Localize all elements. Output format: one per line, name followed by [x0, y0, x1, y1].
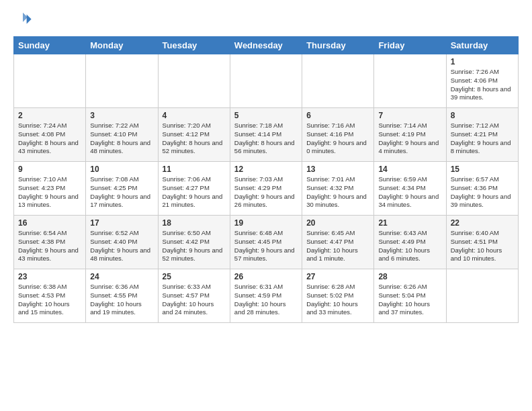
weekday-wednesday: Wednesday	[230, 37, 302, 54]
day-info: Sunrise: 6:43 AM Sunset: 4:49 PM Dayligh…	[378, 229, 441, 263]
calendar-cell: 24Sunrise: 6:36 AM Sunset: 4:55 PM Dayli…	[86, 269, 158, 323]
calendar-cell	[14, 54, 86, 108]
calendar-cell: 15Sunrise: 6:57 AM Sunset: 4:36 PM Dayli…	[446, 162, 518, 216]
calendar-cell: 14Sunrise: 6:59 AM Sunset: 4:34 PM Dayli…	[374, 162, 446, 216]
day-number: 6	[306, 111, 369, 120]
calendar-cell: 9Sunrise: 7:10 AM Sunset: 4:23 PM Daylig…	[14, 162, 86, 216]
calendar-cell: 5Sunrise: 7:18 AM Sunset: 4:14 PM Daylig…	[230, 108, 302, 162]
calendar-cell: 3Sunrise: 7:22 AM Sunset: 4:10 PM Daylig…	[86, 108, 158, 162]
calendar-body: 1Sunrise: 7:26 AM Sunset: 4:06 PM Daylig…	[14, 54, 519, 323]
day-info: Sunrise: 7:18 AM Sunset: 4:14 PM Dayligh…	[234, 122, 298, 156]
day-number: 13	[306, 165, 369, 174]
day-info: Sunrise: 7:20 AM Sunset: 4:12 PM Dayligh…	[163, 122, 226, 156]
day-number: 19	[234, 218, 298, 228]
weekday-sunday: Sunday	[14, 37, 86, 54]
calendar-cell: 16Sunrise: 6:54 AM Sunset: 4:38 PM Dayli…	[14, 216, 86, 269]
calendar-cell: 19Sunrise: 6:48 AM Sunset: 4:45 PM Dayli…	[230, 216, 302, 269]
calendar-week-2: 2Sunrise: 7:24 AM Sunset: 4:08 PM Daylig…	[14, 108, 519, 162]
calendar-cell: 17Sunrise: 6:52 AM Sunset: 4:40 PM Dayli…	[86, 216, 158, 269]
day-number: 21	[378, 218, 441, 228]
day-info: Sunrise: 6:36 AM Sunset: 4:55 PM Dayligh…	[90, 283, 153, 317]
day-info: Sunrise: 7:08 AM Sunset: 4:25 PM Dayligh…	[90, 175, 153, 210]
calendar-cell	[86, 54, 158, 108]
day-info: Sunrise: 6:33 AM Sunset: 4:57 PM Dayligh…	[163, 283, 226, 317]
calendar-cell: 20Sunrise: 6:45 AM Sunset: 4:47 PM Dayli…	[302, 216, 374, 269]
calendar-cell: 27Sunrise: 6:28 AM Sunset: 5:02 PM Dayli…	[302, 269, 374, 323]
day-info: Sunrise: 7:14 AM Sunset: 4:19 PM Dayligh…	[378, 122, 441, 156]
day-number: 5	[234, 111, 298, 120]
logo-icon	[13, 11, 32, 30]
weekday-header-row: SundayMondayTuesdayWednesdayThursdayFrid…	[14, 37, 519, 54]
day-number: 2	[18, 111, 81, 120]
calendar-cell: 2Sunrise: 7:24 AM Sunset: 4:08 PM Daylig…	[14, 108, 86, 162]
day-info: Sunrise: 6:50 AM Sunset: 4:42 PM Dayligh…	[163, 229, 226, 263]
calendar-cell	[230, 54, 302, 108]
day-number: 26	[234, 272, 298, 281]
day-number: 18	[163, 218, 226, 228]
day-info: Sunrise: 7:03 AM Sunset: 4:29 PM Dayligh…	[234, 175, 298, 210]
day-info: Sunrise: 6:52 AM Sunset: 4:40 PM Dayligh…	[90, 229, 153, 263]
day-number: 8	[451, 111, 514, 120]
day-number: 4	[163, 111, 226, 120]
calendar-cell	[446, 269, 518, 323]
svg-marker-0	[27, 15, 32, 24]
day-number: 15	[451, 165, 514, 174]
day-info: Sunrise: 7:24 AM Sunset: 4:08 PM Dayligh…	[18, 122, 81, 156]
day-info: Sunrise: 7:22 AM Sunset: 4:10 PM Dayligh…	[90, 122, 153, 156]
day-number: 17	[90, 218, 153, 228]
day-number: 28	[378, 272, 441, 281]
calendar-cell: 1Sunrise: 7:26 AM Sunset: 4:06 PM Daylig…	[446, 54, 518, 108]
day-info: Sunrise: 6:38 AM Sunset: 4:53 PM Dayligh…	[18, 283, 81, 317]
weekday-monday: Monday	[86, 37, 158, 54]
day-number: 7	[378, 111, 441, 120]
calendar-cell: 4Sunrise: 7:20 AM Sunset: 4:12 PM Daylig…	[158, 108, 230, 162]
calendar-cell: 10Sunrise: 7:08 AM Sunset: 4:25 PM Dayli…	[86, 162, 158, 216]
calendar-cell: 12Sunrise: 7:03 AM Sunset: 4:29 PM Dayli…	[230, 162, 302, 216]
day-info: Sunrise: 6:26 AM Sunset: 5:04 PM Dayligh…	[378, 283, 441, 317]
calendar-cell: 23Sunrise: 6:38 AM Sunset: 4:53 PM Dayli…	[14, 269, 86, 323]
page: SundayMondayTuesdayWednesdayThursdayFrid…	[0, 0, 532, 330]
day-info: Sunrise: 6:48 AM Sunset: 4:45 PM Dayligh…	[234, 229, 298, 263]
calendar-cell: 21Sunrise: 6:43 AM Sunset: 4:49 PM Dayli…	[374, 216, 446, 269]
calendar-cell: 13Sunrise: 7:01 AM Sunset: 4:32 PM Dayli…	[302, 162, 374, 216]
calendar-cell	[158, 54, 230, 108]
calendar-cell: 22Sunrise: 6:40 AM Sunset: 4:51 PM Dayli…	[446, 216, 518, 269]
weekday-thursday: Thursday	[302, 37, 374, 54]
day-info: Sunrise: 7:12 AM Sunset: 4:21 PM Dayligh…	[451, 122, 514, 156]
logo	[13, 11, 35, 30]
day-info: Sunrise: 6:57 AM Sunset: 4:36 PM Dayligh…	[451, 175, 514, 210]
day-info: Sunrise: 6:40 AM Sunset: 4:51 PM Dayligh…	[451, 229, 514, 263]
day-number: 27	[306, 272, 369, 281]
day-number: 1	[451, 57, 514, 66]
day-number: 10	[90, 165, 153, 174]
calendar-cell: 6Sunrise: 7:16 AM Sunset: 4:16 PM Daylig…	[302, 108, 374, 162]
calendar-cell: 28Sunrise: 6:26 AM Sunset: 5:04 PM Dayli…	[374, 269, 446, 323]
day-number: 11	[163, 165, 226, 174]
calendar-cell: 7Sunrise: 7:14 AM Sunset: 4:19 PM Daylig…	[374, 108, 446, 162]
day-info: Sunrise: 7:16 AM Sunset: 4:16 PM Dayligh…	[306, 122, 369, 156]
day-info: Sunrise: 7:26 AM Sunset: 4:06 PM Dayligh…	[451, 68, 514, 102]
weekday-friday: Friday	[374, 37, 446, 54]
day-number: 14	[378, 165, 441, 174]
calendar-cell: 18Sunrise: 6:50 AM Sunset: 4:42 PM Dayli…	[158, 216, 230, 269]
day-number: 3	[90, 111, 153, 120]
day-info: Sunrise: 6:28 AM Sunset: 5:02 PM Dayligh…	[306, 283, 369, 317]
day-number: 23	[18, 272, 81, 281]
calendar-week-3: 9Sunrise: 7:10 AM Sunset: 4:23 PM Daylig…	[14, 162, 519, 216]
day-number: 9	[18, 165, 81, 174]
day-info: Sunrise: 6:45 AM Sunset: 4:47 PM Dayligh…	[306, 229, 369, 263]
day-number: 25	[163, 272, 226, 281]
calendar-cell: 25Sunrise: 6:33 AM Sunset: 4:57 PM Dayli…	[158, 269, 230, 323]
calendar-cell: 8Sunrise: 7:12 AM Sunset: 4:21 PM Daylig…	[446, 108, 518, 162]
day-info: Sunrise: 7:01 AM Sunset: 4:32 PM Dayligh…	[306, 175, 369, 210]
calendar-cell: 11Sunrise: 7:06 AM Sunset: 4:27 PM Dayli…	[158, 162, 230, 216]
calendar-cell: 26Sunrise: 6:31 AM Sunset: 4:59 PM Dayli…	[230, 269, 302, 323]
calendar-week-4: 16Sunrise: 6:54 AM Sunset: 4:38 PM Dayli…	[14, 216, 519, 269]
calendar-cell	[302, 54, 374, 108]
day-number: 20	[306, 218, 369, 228]
day-info: Sunrise: 7:10 AM Sunset: 4:23 PM Dayligh…	[18, 175, 81, 210]
weekday-saturday: Saturday	[446, 37, 518, 54]
calendar-week-1: 1Sunrise: 7:26 AM Sunset: 4:06 PM Daylig…	[14, 54, 519, 108]
header	[13, 11, 519, 30]
calendar-table: SundayMondayTuesdayWednesdayThursdayFrid…	[13, 36, 519, 323]
